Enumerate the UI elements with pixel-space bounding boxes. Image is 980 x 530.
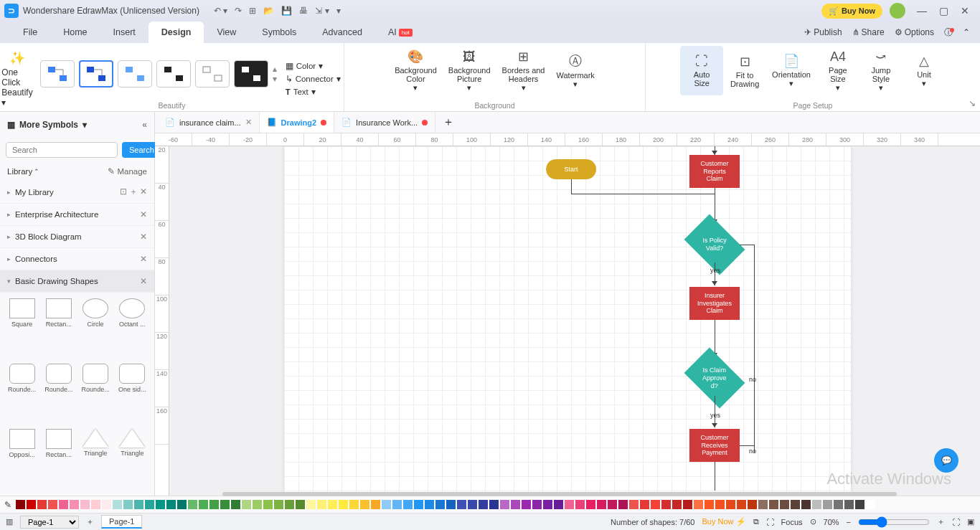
chat-fab[interactable]: 💬 <box>934 448 958 473</box>
color-swatch[interactable] <box>285 500 294 509</box>
presentation-icon[interactable]: ⛶ <box>766 518 774 526</box>
color-swatch[interactable] <box>758 500 768 509</box>
buy-now-button[interactable]: 🛒 Buy Now <box>821 4 882 19</box>
color-swatch[interactable] <box>242 500 251 509</box>
menu-symbols[interactable]: Symbols <box>249 22 309 43</box>
color-swatch[interactable] <box>414 500 423 509</box>
borders-headers-button[interactable]: ⊞Borders and Headers▾ <box>496 46 551 95</box>
focus-button[interactable]: Focus <box>781 518 803 526</box>
color-swatch[interactable] <box>500 500 509 509</box>
undo-icon[interactable]: ↶ ▾ <box>214 6 227 16</box>
color-swatch[interactable] <box>457 500 466 509</box>
style-thumb-3[interactable] <box>118 60 152 87</box>
color-swatch[interactable] <box>339 500 348 509</box>
color-swatch[interactable] <box>102 500 111 509</box>
fit-width-icon[interactable]: ▣ <box>967 517 974 526</box>
minimize-icon[interactable]: — <box>911 5 933 16</box>
cat-connectors[interactable]: ▸Connectors✕ <box>0 248 154 270</box>
color-swatch[interactable] <box>726 500 735 509</box>
menu-ai[interactable]: AIhot <box>375 22 425 43</box>
tab-insurance-work[interactable]: 📄 Insurance Work... <box>334 112 435 133</box>
shape-rectan...[interactable]: Rectan... <box>42 298 75 359</box>
menu-file[interactable]: File <box>10 22 50 43</box>
cat-my-library[interactable]: ▸My Library⊡ ＋ ✕ <box>0 181 154 204</box>
page-tab[interactable]: Page-1 <box>101 515 142 529</box>
qat-more-icon[interactable]: ▾ <box>336 6 341 16</box>
maximize-icon[interactable]: ▢ <box>933 5 954 16</box>
color-swatch[interactable] <box>715 500 725 509</box>
color-swatch[interactable] <box>274 500 283 509</box>
layers-icon[interactable]: ⧉ <box>753 517 759 526</box>
color-swatch[interactable] <box>371 500 380 509</box>
color-swatch[interactable] <box>672 500 682 509</box>
color-swatch[interactable] <box>360 500 369 509</box>
menu-design[interactable]: Design <box>149 22 204 43</box>
color-swatch[interactable] <box>16 500 25 509</box>
cat-3d-block[interactable]: ▸3D Block Diagram✕ <box>0 226 154 248</box>
color-swatch[interactable] <box>661 500 671 509</box>
export-icon[interactable]: ⇲ ▾ <box>315 6 329 16</box>
color-dropdown[interactable]: ▦ Color ▾ <box>286 61 341 71</box>
color-swatch[interactable] <box>683 500 692 509</box>
page-setup-launcher-icon[interactable]: ↘ <box>969 98 976 108</box>
shape-circle[interactable]: Circle <box>80 298 112 359</box>
menu-advanced[interactable]: Advanced <box>309 22 375 43</box>
color-swatch[interactable] <box>392 500 402 509</box>
color-swatch[interactable] <box>855 500 864 509</box>
color-swatch[interactable] <box>554 500 563 509</box>
menu-insert[interactable]: Insert <box>100 22 149 43</box>
style-thumb-6[interactable] <box>234 60 268 87</box>
color-swatch[interactable] <box>231 500 240 509</box>
color-swatch[interactable] <box>59 500 68 509</box>
shape-one sid...[interactable]: One sid... <box>116 364 149 425</box>
color-swatch[interactable] <box>866 500 875 509</box>
orientation-button[interactable]: 📄Orientation▾ <box>766 46 816 95</box>
page-size-button[interactable]: A4Page Size▾ <box>816 46 859 95</box>
color-swatch[interactable] <box>199 500 208 509</box>
new-tab-button[interactable]: ＋ <box>435 115 461 130</box>
color-swatch[interactable] <box>48 500 57 509</box>
color-swatch[interactable] <box>263 500 273 509</box>
bg-color-button[interactable]: 🎨Background Color▾ <box>389 46 443 95</box>
collapse-sidepanel-icon[interactable]: « <box>142 120 147 130</box>
zoom-out-icon[interactable]: − <box>847 518 851 526</box>
style-thumb-1[interactable] <box>40 60 75 87</box>
bg-picture-button[interactable]: 🖼Background Picture▾ <box>443 46 496 95</box>
cat-enterprise[interactable]: ▸Enterprise Architecture✕ <box>0 204 154 226</box>
flow-customer-receives[interactable]: Customer Receives Payment <box>689 429 740 462</box>
color-swatch[interactable] <box>705 500 714 509</box>
canvas-page[interactable]: Start Customer Reports Claim Is Policy V… <box>284 146 851 496</box>
flow-insurer-investigates[interactable]: Insurer Investigates Claim <box>689 287 740 320</box>
color-swatch[interactable] <box>349 500 359 509</box>
color-swatch[interactable] <box>37 500 47 509</box>
color-swatch[interactable] <box>253 500 262 509</box>
color-swatch[interactable] <box>780 500 789 509</box>
color-swatch[interactable] <box>844 500 854 509</box>
fit-drawing-button[interactable]: ⊡Fit to Drawing <box>723 46 766 95</box>
color-swatch[interactable] <box>608 500 617 509</box>
color-swatch[interactable] <box>565 500 574 509</box>
color-swatch[interactable] <box>188 500 197 509</box>
menu-home[interactable]: Home <box>50 22 100 43</box>
color-swatch[interactable] <box>306 500 316 509</box>
color-swatch[interactable] <box>145 500 154 509</box>
color-swatch[interactable] <box>629 500 639 509</box>
shape-square[interactable]: Square <box>6 298 38 359</box>
publish-button[interactable]: ✈ Publish <box>804 27 842 37</box>
color-swatch[interactable] <box>328 500 337 509</box>
color-swatch[interactable] <box>522 500 531 509</box>
style-gallery-more[interactable]: ▴▾ <box>273 64 277 84</box>
flow-customer-reports[interactable]: Customer Reports Claim <box>689 155 740 188</box>
color-swatch[interactable] <box>586 500 595 509</box>
connector-dropdown[interactable]: ↳ Connector ▾ <box>286 74 341 84</box>
jump-style-button[interactable]: ⤻Jump Style▾ <box>859 46 903 95</box>
manage-button[interactable]: ✎ Manage <box>108 166 147 176</box>
color-swatch[interactable] <box>134 500 143 509</box>
color-swatch[interactable] <box>597 500 606 509</box>
color-swatch[interactable] <box>220 500 230 509</box>
color-swatch[interactable] <box>694 500 703 509</box>
search-input[interactable] <box>6 142 118 158</box>
color-swatch[interactable] <box>737 500 746 509</box>
color-swatch[interactable] <box>27 500 36 509</box>
color-swatch[interactable] <box>769 500 778 509</box>
